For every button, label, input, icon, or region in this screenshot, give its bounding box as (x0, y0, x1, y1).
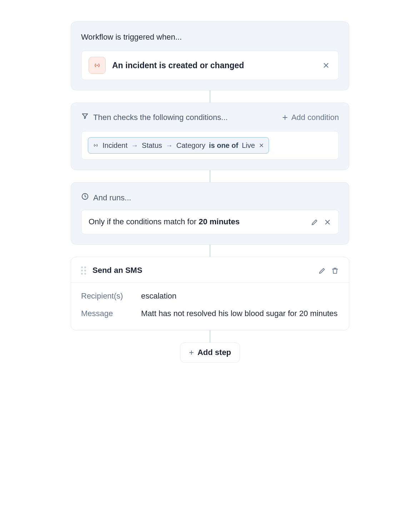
trigger-section: Workflow is triggered when... An inciden… (71, 21, 349, 90)
delay-item: Only if the conditions match for 20 minu… (81, 210, 339, 234)
connector-line (210, 330, 210, 342)
arrow-right-icon: → (131, 140, 138, 150)
recipients-label: Recipient(s) (81, 291, 135, 302)
broadcast-icon (92, 142, 99, 149)
drag-handle-icon[interactable] (81, 266, 88, 275)
delay-text: Only if the conditions match for 20 minu… (89, 216, 306, 228)
broadcast-icon (89, 57, 106, 74)
connector-line (210, 90, 210, 102)
condition-chip[interactable]: Incident → Status → Category is one of L… (88, 137, 269, 154)
message-value: Matt has not resolved his low blood suga… (141, 308, 339, 319)
delay-prefix: Only if the conditions match for (89, 217, 199, 226)
delay-section-title: And runs... (93, 192, 131, 204)
edit-delay-button[interactable] (311, 218, 319, 226)
pencil-icon (318, 267, 326, 275)
remove-condition-button[interactable] (259, 142, 264, 148)
add-step-button[interactable]: + Add step (180, 342, 240, 362)
step-title: Send an SMS (92, 265, 313, 276)
conditions-container: Incident → Status → Category is one of L… (81, 131, 339, 160)
conditions-section: Then checks the following conditions... … (71, 102, 349, 170)
add-condition-label: Add condition (291, 112, 339, 123)
condition-operator: is one of (209, 140, 238, 150)
delay-duration: 20 minutes (199, 217, 240, 226)
svg-point-0 (96, 65, 98, 66)
trash-icon (331, 267, 339, 275)
condition-part: Incident (102, 140, 128, 150)
plus-icon: + (189, 348, 194, 357)
pencil-icon (311, 218, 319, 226)
add-step-label: Add step (198, 348, 231, 357)
trigger-item[interactable]: An incident is created or changed (81, 51, 339, 80)
step-card: Send an SMS Recipient(s) escalation Mess… (71, 257, 349, 330)
filter-icon (81, 112, 89, 123)
recipients-value: escalation (141, 291, 339, 302)
condition-part: Category (176, 140, 205, 150)
conditions-section-title: Then checks the following conditions... (93, 112, 228, 123)
message-label: Message (81, 308, 135, 319)
close-icon (324, 218, 331, 226)
svg-point-1 (95, 145, 96, 146)
add-condition-button[interactable]: Add condition (281, 112, 339, 123)
connector-line (210, 245, 210, 257)
connector-line (210, 170, 210, 182)
remove-delay-button[interactable] (324, 218, 331, 226)
condition-part: Status (142, 140, 162, 150)
trigger-item-label: An incident is created or changed (112, 60, 314, 71)
delete-step-button[interactable] (331, 267, 339, 275)
delay-section: And runs... Only if the conditions match… (71, 182, 349, 245)
clock-icon (81, 192, 89, 204)
remove-trigger-button[interactable] (321, 60, 331, 71)
plus-icon (281, 114, 289, 121)
edit-step-button[interactable] (318, 267, 326, 275)
arrow-right-icon: → (166, 140, 173, 150)
condition-value: Live (242, 140, 255, 150)
trigger-section-title: Workflow is triggered when... (81, 32, 339, 43)
